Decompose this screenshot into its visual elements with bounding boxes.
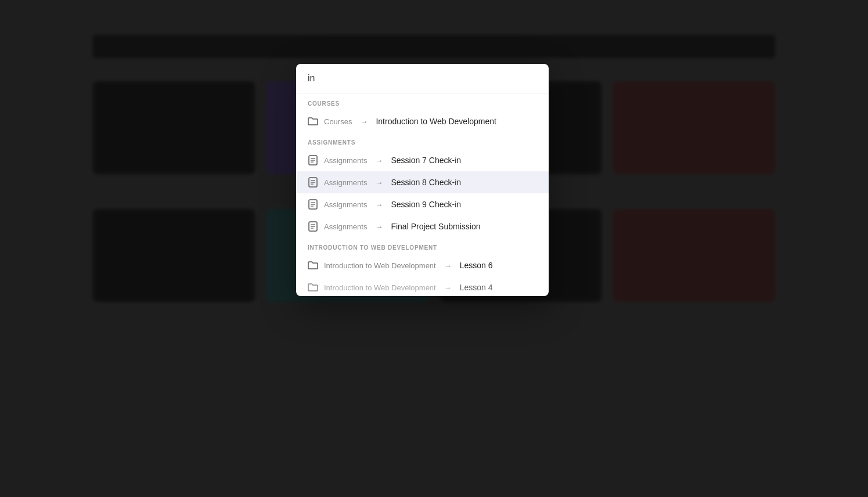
final-project-destination: Final Project Submission <box>391 222 480 231</box>
doc-icon-1 <box>308 155 318 165</box>
section-label-assignments: ASSIGNMENTS <box>296 132 549 149</box>
result-session7[interactable]: Assignments → Session 7 Check-in <box>296 149 549 171</box>
lesson6-destination: Lesson 6 <box>460 261 493 270</box>
result-lesson6[interactable]: Introduction to Web Development → Lesson… <box>296 254 549 276</box>
result-lesson-partial[interactable]: Introduction to Web Development → Lesson… <box>296 276 549 296</box>
intro-web-dev-source-2: Introduction to Web Development <box>324 283 436 292</box>
folder-icon <box>308 116 318 127</box>
doc-icon-4 <box>308 221 318 232</box>
arrow-icon: → <box>360 117 368 126</box>
session8-destination: Session 8 Check-in <box>391 178 461 187</box>
assignments-source-2: Assignments <box>324 178 367 187</box>
session7-destination: Session 7 Check-in <box>391 156 461 165</box>
result-session9[interactable]: Assignments → Session 9 Check-in <box>296 193 549 215</box>
folder-icon-2 <box>308 260 318 271</box>
session9-destination: Session 9 Check-in <box>391 200 461 209</box>
result-final-project[interactable]: Assignments → Final Project Submission <box>296 215 549 237</box>
search-modal: in COURSES Courses → Introduction to Web… <box>296 64 549 296</box>
arrow-icon-6: → <box>444 261 452 270</box>
assignments-source-3: Assignments <box>324 200 367 209</box>
search-value: in <box>308 73 315 83</box>
doc-icon-3 <box>308 199 318 210</box>
section-label-courses: COURSES <box>296 93 549 110</box>
assignments-source-1: Assignments <box>324 156 367 165</box>
folder-icon-3 <box>308 282 318 293</box>
lesson-partial-destination: Lesson 4 <box>460 283 493 292</box>
search-field[interactable]: in <box>296 64 549 93</box>
result-session8[interactable]: Assignments → Session 8 Check-in <box>296 171 549 193</box>
courses-destination: Introduction to Web Development <box>376 117 496 126</box>
result-courses-intro-web-dev[interactable]: Courses → Introduction to Web Developmen… <box>296 110 549 132</box>
intro-web-dev-source-1: Introduction to Web Development <box>324 261 436 270</box>
arrow-icon-5: → <box>375 222 383 231</box>
arrow-icon-2: → <box>375 156 383 165</box>
arrow-icon-7: → <box>444 283 452 292</box>
doc-icon-2 <box>308 177 318 188</box>
arrow-icon-3: → <box>375 178 383 187</box>
section-label-intro-web-dev: INTRODUCTION TO WEB DEVELOPMENT <box>296 237 549 254</box>
courses-source: Courses <box>324 117 352 126</box>
arrow-icon-4: → <box>375 200 383 209</box>
assignments-source-4: Assignments <box>324 222 367 231</box>
